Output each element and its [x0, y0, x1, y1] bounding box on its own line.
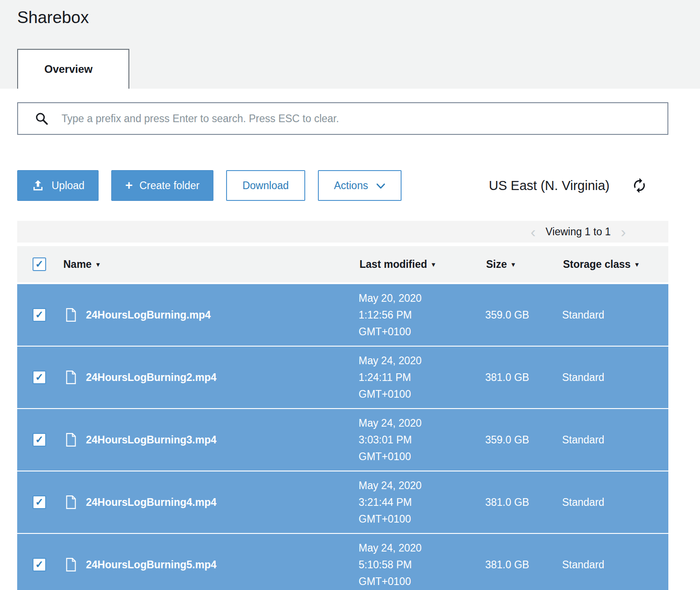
modified-timezone: GMT+0100: [359, 324, 485, 340]
region-label: US East (N. Virginia): [489, 178, 610, 193]
file-name-link[interactable]: 24HoursLogBurning4.mp4: [86, 496, 217, 509]
column-header-name-label: Name: [63, 258, 92, 271]
storage-class-cell: Standard: [562, 496, 668, 509]
size-cell: 359.0 GB: [485, 434, 562, 446]
file-icon: [65, 495, 77, 509]
refresh-icon[interactable]: [631, 177, 648, 194]
table-body: ✓ 24HoursLogBurning.mp4 May 20, 2020 1:1…: [17, 284, 668, 590]
modified-date: May 24, 2020: [359, 352, 485, 369]
sort-down-icon: ▾: [96, 260, 100, 269]
storage-class-cell: Standard: [562, 309, 668, 321]
file-name-link[interactable]: 24HoursLogBurning3.mp4: [86, 434, 217, 446]
table-row[interactable]: ✓ 24HoursLogBurning2.mp4 May 24, 2020 1:…: [17, 347, 668, 408]
download-button-label: Download: [242, 180, 289, 192]
chevron-down-icon: [376, 183, 385, 189]
file-icon: [65, 308, 77, 322]
main-content: Upload + Create folder Download Actions …: [0, 102, 700, 590]
tab-overview[interactable]: Overview: [17, 49, 129, 89]
sort-down-icon: ▾: [432, 260, 435, 269]
prev-page-icon[interactable]: ‹: [528, 224, 538, 239]
column-header-size[interactable]: Size ▾: [485, 258, 562, 271]
modified-date: May 24, 2020: [359, 415, 485, 432]
header: Sharebox Overview: [0, 0, 700, 89]
column-header-last-modified-label: Last modified: [359, 258, 427, 271]
upload-button-label: Upload: [52, 180, 85, 192]
table-row[interactable]: ✓ 24HoursLogBurning.mp4 May 20, 2020 1:1…: [17, 284, 668, 346]
row-checkbox[interactable]: ✓: [33, 371, 46, 384]
modified-time: 1:24:11 PM: [359, 369, 485, 386]
column-header-last-modified[interactable]: Last modified ▾: [359, 258, 485, 271]
download-button[interactable]: Download: [226, 170, 305, 201]
modified-timezone: GMT+0100: [359, 573, 485, 590]
file-icon: [65, 370, 77, 385]
column-header-name[interactable]: Name ▾: [62, 258, 359, 271]
search-icon: [34, 111, 49, 126]
search-input[interactable]: [61, 113, 658, 125]
storage-class-cell: Standard: [562, 434, 668, 446]
plus-icon: +: [125, 179, 132, 192]
column-header-size-label: Size: [486, 258, 507, 271]
pagination-text: Viewing 1 to 1: [546, 226, 611, 238]
sort-down-icon: ▾: [511, 260, 515, 269]
storage-class-cell: Standard: [562, 559, 668, 571]
file-name-link[interactable]: 24HoursLogBurning.mp4: [86, 309, 211, 321]
actions-button[interactable]: Actions: [318, 170, 402, 201]
upload-icon: [31, 179, 45, 192]
modified-time: 5:10:58 PM: [359, 557, 485, 573]
last-modified-cell: May 20, 2020 1:12:56 PM GMT+0100: [359, 290, 485, 340]
sort-down-icon: ▾: [635, 260, 639, 269]
last-modified-cell: May 24, 2020 3:03:01 PM GMT+0100: [359, 415, 485, 465]
size-cell: 359.0 GB: [485, 309, 562, 321]
modified-time: 1:12:56 PM: [359, 307, 485, 324]
toolbar: Upload + Create folder Download Actions …: [17, 170, 668, 201]
table-row[interactable]: ✓ 24HoursLogBurning5.mp4 May 24, 2020 5:…: [17, 534, 668, 590]
table-row[interactable]: ✓ 24HoursLogBurning3.mp4 May 24, 2020 3:…: [17, 409, 668, 471]
file-name-link[interactable]: 24HoursLogBurning2.mp4: [86, 371, 217, 384]
create-folder-button-label: Create folder: [139, 180, 199, 192]
storage-class-cell: Standard: [562, 371, 668, 384]
page-title: Sharebox: [17, 8, 89, 27]
tab-label: Overview: [44, 63, 93, 76]
file-icon: [65, 433, 77, 447]
row-checkbox[interactable]: ✓: [33, 495, 46, 509]
table-header: ✓ Name ▾ Last modified ▾ Size ▾ Storage …: [17, 246, 668, 282]
modified-timezone: GMT+0100: [359, 511, 485, 528]
modified-timezone: GMT+0100: [359, 386, 485, 403]
create-folder-button[interactable]: + Create folder: [111, 170, 213, 201]
file-name-link[interactable]: 24HoursLogBurning5.mp4: [86, 559, 217, 571]
next-page-icon[interactable]: ›: [618, 224, 629, 239]
select-all-checkbox[interactable]: ✓: [33, 257, 46, 271]
modified-time: 3:21:44 PM: [359, 494, 485, 511]
modified-timezone: GMT+0100: [359, 448, 485, 465]
region-selector: US East (N. Virginia): [489, 177, 668, 194]
modified-date: May 24, 2020: [359, 477, 485, 494]
last-modified-cell: May 24, 2020 5:10:58 PM GMT+0100: [359, 540, 485, 590]
search-box[interactable]: [17, 102, 668, 135]
modified-date: May 20, 2020: [359, 290, 485, 307]
column-header-storage-class-label: Storage class: [563, 258, 631, 271]
size-cell: 381.0 GB: [485, 496, 562, 509]
modified-date: May 24, 2020: [359, 540, 485, 557]
last-modified-cell: May 24, 2020 3:21:44 PM GMT+0100: [359, 477, 485, 528]
modified-time: 3:03:01 PM: [359, 432, 485, 448]
pagination-bar: ‹ Viewing 1 to 1 ›: [17, 221, 668, 243]
row-checkbox[interactable]: ✓: [33, 308, 46, 322]
actions-button-label: Actions: [334, 180, 368, 192]
size-cell: 381.0 GB: [485, 371, 562, 384]
row-checkbox[interactable]: ✓: [33, 558, 46, 571]
row-checkbox[interactable]: ✓: [33, 433, 46, 447]
table-row[interactable]: ✓ 24HoursLogBurning4.mp4 May 24, 2020 3:…: [17, 471, 668, 533]
file-icon: [65, 557, 77, 572]
upload-button[interactable]: Upload: [17, 170, 99, 201]
last-modified-cell: May 24, 2020 1:24:11 PM GMT+0100: [359, 352, 485, 403]
column-header-storage-class[interactable]: Storage class ▾: [562, 258, 668, 271]
size-cell: 381.0 GB: [485, 559, 562, 571]
